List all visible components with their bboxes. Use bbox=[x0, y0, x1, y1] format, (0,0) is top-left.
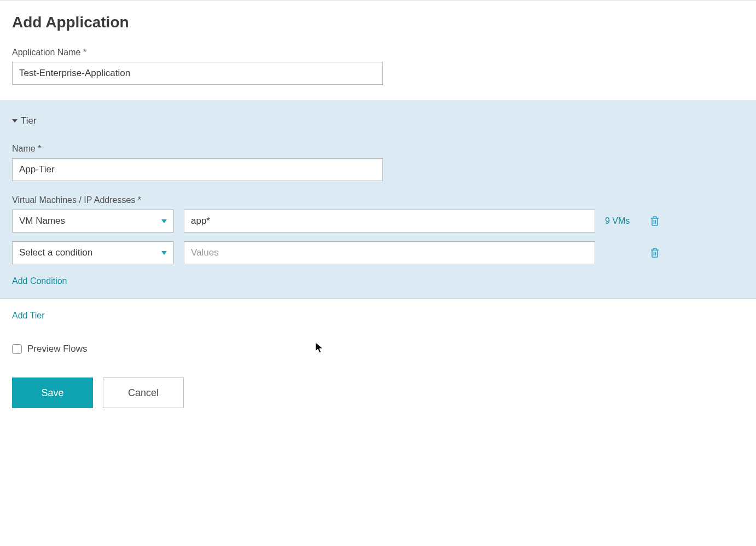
add-condition-link[interactable]: Add Condition bbox=[12, 276, 67, 286]
trash-icon bbox=[650, 247, 660, 258]
condition-type-select[interactable]: Select a condition bbox=[12, 241, 174, 264]
delete-row-button[interactable] bbox=[649, 215, 661, 227]
cancel-button[interactable]: Cancel bbox=[103, 377, 184, 408]
trash-icon bbox=[650, 216, 660, 226]
condition-type-select[interactable]: VM Names bbox=[12, 210, 174, 233]
chevron-down-icon bbox=[161, 219, 167, 223]
chevron-down-icon bbox=[161, 251, 167, 255]
page-title: Add Application bbox=[12, 14, 744, 31]
tier-name-label: Name * bbox=[12, 144, 744, 154]
tier-panel: Tier Name * Virtual Machines / IP Addres… bbox=[0, 100, 756, 299]
vm-ip-label: Virtual Machines / IP Addresses * bbox=[12, 195, 744, 205]
preview-flows-checkbox[interactable] bbox=[12, 344, 22, 354]
caret-down-icon bbox=[12, 119, 18, 123]
application-name-input[interactable] bbox=[12, 62, 383, 85]
add-tier-link[interactable]: Add Tier bbox=[12, 311, 45, 321]
condition-value-input[interactable] bbox=[184, 210, 595, 233]
condition-row: Select a condition bbox=[12, 241, 744, 264]
condition-type-selected: VM Names bbox=[19, 216, 161, 226]
condition-value-input[interactable] bbox=[184, 241, 595, 264]
condition-row: VM Names 9 VMs bbox=[12, 210, 744, 233]
vm-count-label: 9 VMs bbox=[605, 216, 639, 226]
tier-collapse-toggle[interactable]: Tier bbox=[12, 115, 744, 126]
tier-toggle-label: Tier bbox=[21, 115, 37, 126]
condition-type-selected: Select a condition bbox=[19, 247, 161, 258]
delete-row-button[interactable] bbox=[649, 247, 661, 259]
save-button[interactable]: Save bbox=[12, 377, 93, 408]
preview-flows-label: Preview Flows bbox=[27, 344, 88, 355]
application-name-label: Application Name * bbox=[12, 48, 744, 57]
tier-name-input[interactable] bbox=[12, 158, 383, 181]
